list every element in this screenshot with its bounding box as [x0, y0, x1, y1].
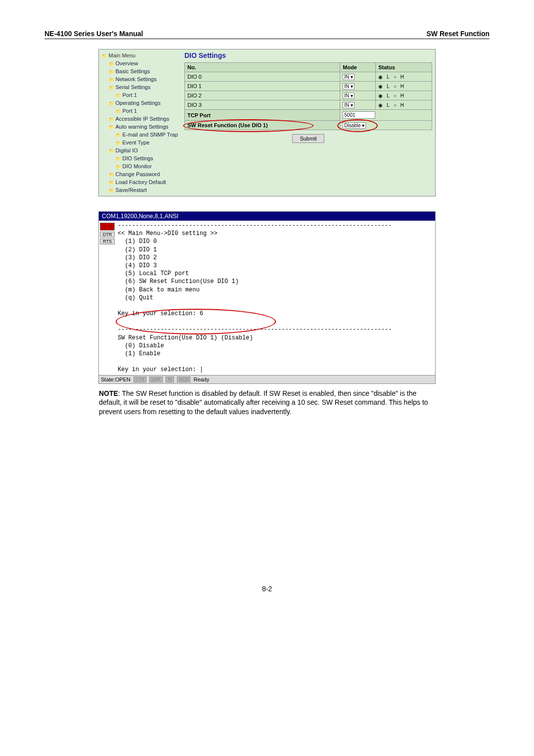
mode-select[interactable]: IN ▾ — [343, 93, 355, 99]
tcp-row: TCP Port — [185, 110, 432, 121]
nav-item[interactable]: DIO Monitor — [102, 162, 178, 170]
table-row: DIO 0 IN ▾ ◉L ○H — [185, 72, 432, 82]
cts-pill: CTS — [134, 377, 146, 382]
terminal-statusbar: State:OPEN CTS DSR RI DCD Ready — [99, 375, 435, 383]
nav-item[interactable]: DIO Settings — [102, 154, 178, 162]
nav-tree: Main Menu Overview Basic Settings Networ… — [99, 49, 181, 196]
nav-item[interactable]: Load Factory Default — [102, 178, 178, 186]
status-radio[interactable]: ◉L ○H — [378, 84, 404, 89]
table-row: DIO 2 IN ▾ ◉L ○H — [185, 91, 432, 100]
dsr-pill: DSR — [149, 377, 163, 382]
col-no: No. — [185, 63, 340, 72]
nav-item[interactable]: Auto warning Settings — [102, 123, 178, 131]
nav-item[interactable]: Operating Settings — [102, 99, 178, 107]
dio-title: DIO Settings — [184, 51, 432, 59]
nav-item[interactable]: Basic Settings — [102, 67, 178, 75]
nav-item[interactable]: Event Type — [102, 139, 178, 146]
sw-reset-select[interactable]: Disable ▾ — [343, 122, 366, 129]
nav-item[interactable]: Change Password — [102, 170, 178, 178]
note-paragraph: NOTE: The SW Reset function is disabled … — [99, 389, 435, 417]
header-left: NE-4100 Series User's Manual — [44, 30, 143, 38]
nav-item[interactable]: E-mail and SNMP Trap — [102, 131, 178, 139]
terminal-output: ----------------------------------------… — [116, 221, 435, 375]
dio-table: No. Mode Status DIO 0 IN ▾ ◉L ○H DIO 1 I… — [184, 62, 432, 130]
table-row: DIO 1 IN ▾ ◉L ○H — [185, 82, 432, 91]
col-mode: Mode — [340, 63, 376, 72]
nav-item[interactable]: Serial Settings — [102, 83, 178, 91]
mode-select[interactable]: IN ▾ — [343, 102, 355, 108]
header-right: SW Reset Function — [426, 30, 490, 38]
ready-label: Ready — [193, 377, 209, 382]
nav-item[interactable]: Save/Restart — [102, 186, 178, 194]
mode-select[interactable]: IN ▾ — [343, 74, 355, 80]
nav-item[interactable]: Port 1 — [102, 107, 178, 115]
dcd-pill: DCD — [177, 377, 191, 382]
rts-button[interactable]: RTS — [100, 238, 115, 244]
table-row: DIO 3 IN ▾ ◉L ○H — [185, 100, 432, 110]
dtr-button[interactable]: DTR — [100, 232, 115, 237]
status-radio[interactable]: ◉L ○H — [378, 74, 404, 80]
ri-pill: RI — [166, 377, 174, 382]
nav-item[interactable]: Accessible IP Settings — [102, 115, 178, 123]
led-icon — [100, 223, 115, 231]
sw-reset-row: SW Reset Function (Use DIO 1) Disable ▾ — [185, 121, 432, 130]
nav-item[interactable]: Digital IO — [102, 146, 178, 154]
terminal-sidebar: DTR RTS — [99, 221, 116, 375]
page-number: 8-2 — [44, 585, 490, 593]
mode-select[interactable]: IN ▾ — [343, 83, 355, 90]
tcp-port-input[interactable] — [343, 111, 375, 119]
status-radio[interactable]: ◉L ○H — [378, 102, 404, 108]
web-config-screenshot: Main Menu Overview Basic Settings Networ… — [98, 49, 436, 196]
terminal-screenshot: COM1,19200,None,8,1,ANSI DTR RTS -------… — [98, 211, 436, 384]
nav-item[interactable]: Network Settings — [102, 75, 178, 83]
nav-item[interactable]: Port 1 — [102, 91, 178, 99]
col-status: Status — [376, 63, 432, 72]
terminal-title: COM1,19200,None,8,1,ANSI — [99, 212, 435, 221]
status-radio[interactable]: ◉L ○H — [378, 93, 404, 98]
state-label: State:OPEN — [101, 377, 131, 382]
nav-item[interactable]: Overview — [102, 59, 178, 67]
nav-root[interactable]: Main Menu — [102, 51, 178, 59]
submit-button[interactable]: Submit — [292, 134, 324, 143]
